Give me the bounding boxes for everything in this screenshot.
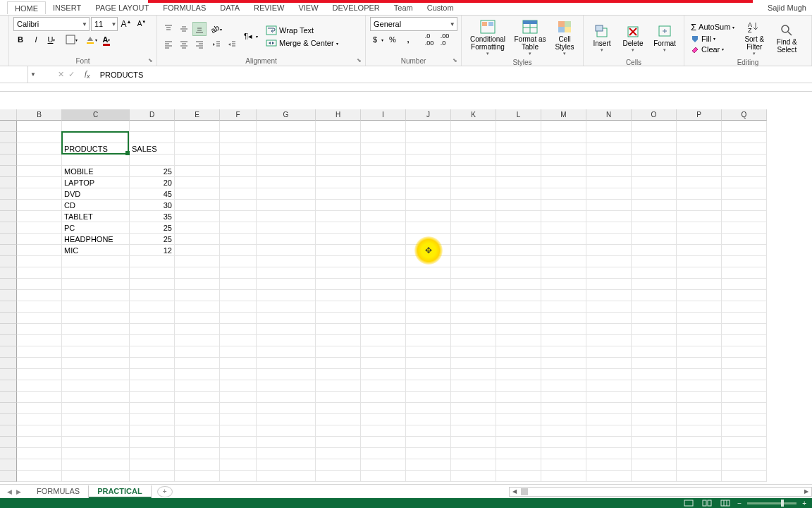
cell[interactable] (220, 324, 257, 335)
cell[interactable] (586, 403, 632, 414)
rtl-button[interactable]: ¶◂ (242, 30, 254, 42)
cell[interactable] (257, 471, 316, 482)
cell[interactable] (586, 380, 632, 392)
cell[interactable] (632, 471, 677, 482)
cell[interactable] (496, 369, 541, 380)
cell[interactable] (361, 380, 406, 392)
scroll-thumb[interactable] (521, 488, 528, 495)
cell[interactable] (62, 369, 130, 380)
row-header[interactable] (0, 358, 17, 369)
cell[interactable] (496, 392, 541, 403)
border-button[interactable]: ▾ (64, 32, 78, 47)
cell[interactable] (586, 346, 632, 358)
ribbon-tab-view[interactable]: VIEW (291, 1, 325, 13)
cell[interactable] (257, 369, 316, 380)
row-header[interactable] (0, 414, 17, 425)
cell[interactable] (361, 267, 406, 279)
cell[interactable] (722, 256, 767, 267)
cell[interactable] (220, 358, 257, 369)
row-header[interactable] (0, 369, 17, 380)
cell[interactable] (361, 234, 406, 245)
cell[interactable] (62, 290, 130, 301)
cell[interactable] (451, 335, 496, 346)
cell[interactable] (17, 380, 62, 392)
font-dialog-launcher[interactable]: ⬊ (148, 57, 155, 64)
cell[interactable] (677, 369, 722, 380)
cell[interactable] (586, 290, 632, 301)
cell[interactable] (451, 369, 496, 380)
cell[interactable] (220, 369, 257, 380)
row-header[interactable] (0, 177, 17, 188)
cell[interactable] (175, 222, 220, 234)
cell[interactable] (130, 425, 175, 437)
cell[interactable] (541, 313, 586, 324)
cell[interactable] (62, 132, 130, 143)
cell[interactable] (677, 290, 722, 301)
cell[interactable] (451, 346, 496, 358)
cell[interactable] (677, 437, 722, 448)
autosum-button[interactable]: ΣAutoSum▾ (689, 21, 737, 33)
cell[interactable] (677, 425, 722, 437)
cell[interactable] (496, 358, 541, 369)
cell[interactable] (406, 211, 451, 222)
cell[interactable] (406, 200, 451, 211)
cell[interactable] (496, 234, 541, 245)
cell[interactable] (496, 245, 541, 256)
cell[interactable] (586, 324, 632, 335)
cell[interactable] (541, 414, 586, 425)
conditional-formatting-button[interactable]: Conditional Formatting▾ (466, 17, 510, 58)
cell[interactable] (541, 143, 586, 155)
cell[interactable]: LAPTOP (62, 177, 130, 188)
cell[interactable] (541, 324, 586, 335)
cell[interactable] (220, 234, 257, 245)
cell[interactable] (586, 392, 632, 403)
cell[interactable] (722, 143, 767, 155)
cell[interactable] (677, 335, 722, 346)
cell[interactable] (541, 301, 586, 313)
cell[interactable] (17, 234, 62, 245)
cell[interactable] (677, 132, 722, 143)
cell[interactable] (130, 267, 175, 279)
cell[interactable] (316, 211, 361, 222)
cell[interactable] (677, 403, 722, 414)
cell[interactable] (632, 301, 677, 313)
column-header-D[interactable]: D (130, 109, 175, 121)
cell[interactable] (316, 267, 361, 279)
cell[interactable] (17, 335, 62, 346)
cell[interactable] (316, 437, 361, 448)
cell[interactable] (17, 267, 62, 279)
cell[interactable] (586, 143, 632, 155)
cell[interactable] (677, 448, 722, 459)
cell[interactable] (220, 166, 257, 177)
sheet-tab-practical[interactable]: PRACTICAL (89, 485, 152, 498)
cell[interactable] (130, 132, 175, 143)
wrap-text-button[interactable]: Wrap Text (264, 25, 340, 36)
format-as-table-button[interactable]: Format as Table▾ (512, 17, 548, 58)
cell[interactable] (175, 143, 220, 155)
cell[interactable] (722, 211, 767, 222)
cell[interactable] (496, 459, 541, 471)
cell[interactable] (316, 143, 361, 155)
cell[interactable] (541, 132, 586, 143)
cell[interactable] (406, 392, 451, 403)
cell[interactable] (451, 177, 496, 188)
cell[interactable] (316, 256, 361, 267)
cell[interactable] (257, 459, 316, 471)
cell[interactable] (722, 155, 767, 166)
cell[interactable] (406, 414, 451, 425)
cell[interactable] (541, 346, 586, 358)
cell[interactable] (316, 369, 361, 380)
cell[interactable] (406, 222, 451, 234)
cell[interactable] (451, 290, 496, 301)
cell[interactable] (316, 346, 361, 358)
cell[interactable] (361, 245, 406, 256)
cell[interactable] (175, 346, 220, 358)
cell[interactable] (257, 437, 316, 448)
cell[interactable] (541, 369, 586, 380)
fill-color-button[interactable]: ▾ (84, 32, 98, 47)
cell[interactable] (257, 245, 316, 256)
cell[interactable] (632, 324, 677, 335)
row-header[interactable] (0, 425, 17, 437)
cell[interactable] (361, 177, 406, 188)
cell[interactable] (451, 121, 496, 132)
